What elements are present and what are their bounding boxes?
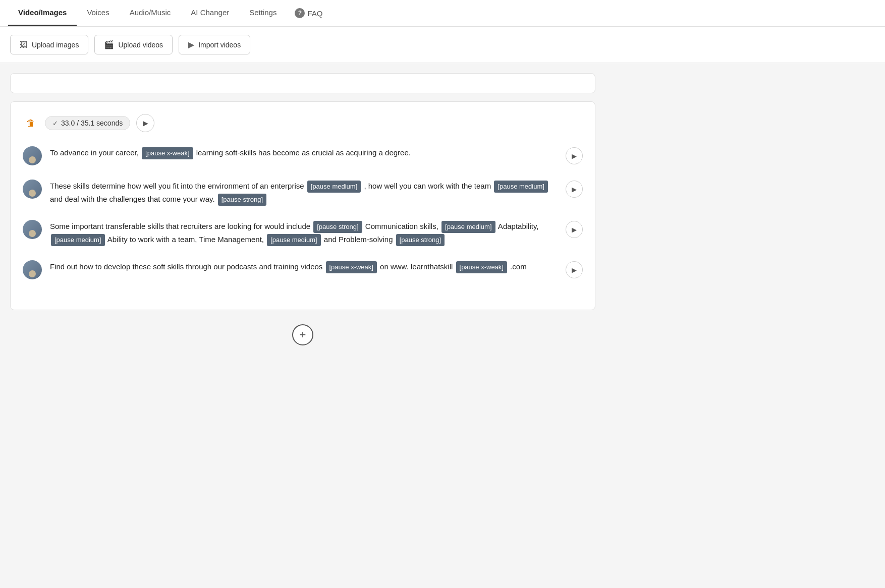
script-text-4: Find out how to develop these soft skill… xyxy=(50,260,558,273)
import-videos-button[interactable]: ▶ Import videos xyxy=(179,35,250,54)
import-icon: ▶ xyxy=(188,40,194,49)
avatar-image-3 xyxy=(23,220,42,239)
main-play-button[interactable]: ▶ xyxy=(136,114,154,132)
divider-card xyxy=(10,73,595,93)
avatar-3 xyxy=(23,220,42,239)
upload-videos-button[interactable]: 🎬 Upload videos xyxy=(94,35,173,54)
pause-tag-4-1: [pause x-weak] xyxy=(326,261,377,273)
play-button-3[interactable]: ▶ xyxy=(566,221,583,238)
upload-videos-label: Upload videos xyxy=(118,41,163,49)
script-text-3: Some important transferable skills that … xyxy=(50,220,558,246)
script-line-1: To advance in your career, [pause x-weak… xyxy=(23,146,583,165)
script-line-2: These skills determine how well you fit … xyxy=(23,180,583,206)
add-script-line-button[interactable]: + xyxy=(292,324,313,345)
pause-tag-3-4: [pause medium] xyxy=(267,234,321,246)
timer-value: 33.0 / 35.1 seconds xyxy=(61,119,123,127)
timer-row: 🗑 ✓ 33.0 / 35.1 seconds ▶ xyxy=(23,114,583,132)
delete-button[interactable]: 🗑 xyxy=(23,115,39,131)
pause-tag-3-1: [pause strong] xyxy=(313,221,362,233)
upload-images-button[interactable]: 🖼 Upload images xyxy=(10,35,88,54)
faq-button[interactable]: ? FAQ xyxy=(295,8,322,18)
play-button-2[interactable]: ▶ xyxy=(566,181,583,198)
timer-badge: ✓ 33.0 / 35.1 seconds xyxy=(45,116,130,130)
avatar-4 xyxy=(23,260,42,279)
tab-video-images[interactable]: Video/Images xyxy=(8,0,77,26)
pause-tag-2-1: [pause medium] xyxy=(307,181,361,193)
tab-settings[interactable]: Settings xyxy=(239,0,287,26)
pause-tag-3-3: [pause medium] xyxy=(51,234,105,246)
avatar-image-1 xyxy=(23,146,42,165)
avatar-image-2 xyxy=(23,180,42,199)
upload-images-label: Upload images xyxy=(32,41,79,49)
image-icon: 🖼 xyxy=(20,40,28,49)
play-button-4[interactable]: ▶ xyxy=(566,261,583,278)
script-text-1: To advance in your career, [pause x-weak… xyxy=(50,146,558,159)
avatar-image-4 xyxy=(23,260,42,279)
import-videos-label: Import videos xyxy=(198,41,241,49)
upload-row: 🖼 Upload images 🎬 Upload videos ▶ Import… xyxy=(0,27,885,63)
video-icon: 🎬 xyxy=(104,40,114,49)
pause-tag-4-2: [pause x-weak] xyxy=(456,261,507,273)
play-button-1[interactable]: ▶ xyxy=(566,147,583,164)
tab-ai-changer[interactable]: AI Changer xyxy=(181,0,239,26)
tab-voices[interactable]: Voices xyxy=(77,0,119,26)
faq-label: FAQ xyxy=(307,9,322,18)
avatar-2 xyxy=(23,180,42,199)
script-card: 🗑 ✓ 33.0 / 35.1 seconds ▶ To advance in … xyxy=(10,101,595,310)
avatar-1 xyxy=(23,146,42,165)
faq-icon: ? xyxy=(295,8,305,18)
pause-tag-3-5: [pause strong] xyxy=(396,234,445,246)
script-line-3: Some important transferable skills that … xyxy=(23,220,583,246)
script-text-2: These skills determine how well you fit … xyxy=(50,180,558,206)
top-nav: Video/Images Voices Audio/Music AI Chang… xyxy=(0,0,885,27)
main-content: 🗑 ✓ 33.0 / 35.1 seconds ▶ To advance in … xyxy=(0,63,605,360)
pause-tag-2-3: [pause strong] xyxy=(218,194,266,206)
check-icon: ✓ xyxy=(52,120,58,127)
pause-tag-2-2: [pause medium] xyxy=(494,181,548,193)
tab-audio-music[interactable]: Audio/Music xyxy=(120,0,181,26)
pause-tag-1-1: [pause x-weak] xyxy=(142,147,193,159)
add-button-row: + xyxy=(10,320,595,349)
script-line-4: Find out how to develop these soft skill… xyxy=(23,260,583,279)
pause-tag-3-2: [pause medium] xyxy=(441,221,495,233)
